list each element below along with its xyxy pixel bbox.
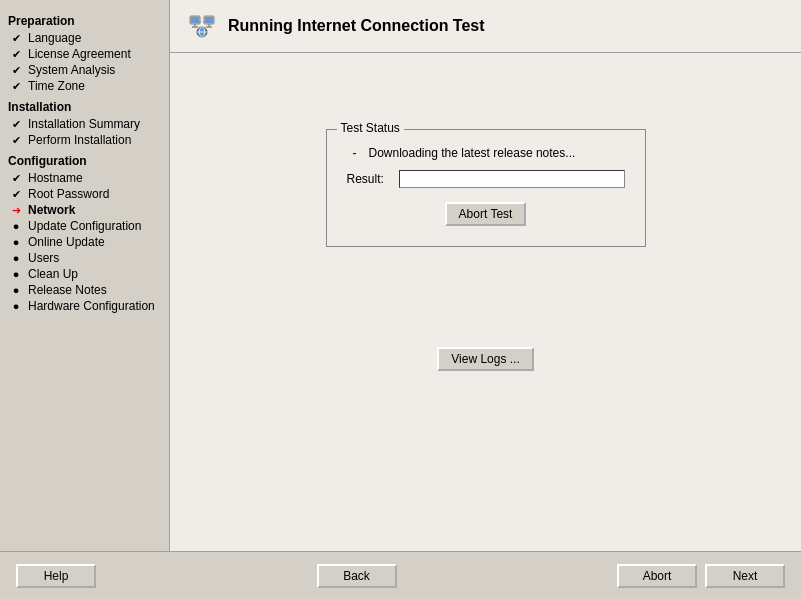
sidebar-item-network: ➜Network (0, 202, 169, 218)
arrow-icon: ➜ (8, 204, 24, 217)
bullet-icon: ● (8, 236, 24, 248)
sidebar-item-label: Installation Summary (28, 117, 140, 131)
bullet-icon: ● (8, 284, 24, 296)
result-input[interactable] (399, 170, 625, 188)
result-label: Result: (347, 172, 399, 186)
sidebar-item-label: Network (28, 203, 75, 217)
bullet-icon: ● (8, 300, 24, 312)
bullet-icon: ● (8, 220, 24, 232)
sidebar-item-clean-up[interactable]: ●Clean Up (0, 266, 169, 282)
bottom-bar: Help Back Abort Next (0, 551, 801, 599)
sidebar-item-label: Online Update (28, 235, 105, 249)
sidebar-item-users[interactable]: ●Users (0, 250, 169, 266)
connection-icon (186, 10, 218, 42)
sidebar-item-label: Release Notes (28, 283, 107, 297)
sidebar-item-label: System Analysis (28, 63, 115, 77)
sidebar-item-label: Root Password (28, 187, 109, 201)
sidebar-item-label: Perform Installation (28, 133, 131, 147)
sidebar-item-label: Time Zone (28, 79, 85, 93)
sidebar-item-label: Language (28, 31, 81, 45)
bullet-icon: ● (8, 268, 24, 280)
sidebar-item-label: Users (28, 251, 59, 265)
sidebar-item-label: License Agreement (28, 47, 131, 61)
check-icon: ✔ (8, 172, 24, 185)
status-message: Downloading the latest release notes... (369, 146, 625, 160)
bottom-bar-center: Back (317, 564, 397, 588)
abort-test-button[interactable]: Abort Test (445, 202, 527, 226)
check-icon: ✔ (8, 188, 24, 201)
sidebar-section-installation: Installation (0, 94, 169, 116)
sidebar-item-perform-installation: ✔Perform Installation (0, 132, 169, 148)
sidebar-item-language: ✔Language (0, 30, 169, 46)
sidebar-item-root-password: ✔Root Password (0, 186, 169, 202)
sidebar-item-license-agreement: ✔License Agreement (0, 46, 169, 62)
bullet-icon: ● (8, 252, 24, 264)
sidebar-item-release-notes[interactable]: ●Release Notes (0, 282, 169, 298)
sidebar-item-installation-summary: ✔Installation Summary (0, 116, 169, 132)
sidebar-item-hardware-configuration[interactable]: ●Hardware Configuration (0, 298, 169, 314)
result-row: Result: (347, 170, 625, 188)
sidebar-item-label: Hardware Configuration (28, 299, 155, 313)
abort-button[interactable]: Abort (617, 564, 697, 588)
sidebar-item-label: Clean Up (28, 267, 78, 281)
check-icon: ✔ (8, 32, 24, 45)
abort-button-row: Abort Test (347, 202, 625, 226)
content-panel: Running Internet Connection Test Test St… (170, 0, 801, 551)
sidebar-item-system-analysis: ✔System Analysis (0, 62, 169, 78)
bottom-bar-left: Help (16, 564, 96, 588)
test-status-message-row: - Downloading the latest release notes..… (347, 146, 625, 160)
status-dash: - (347, 146, 363, 160)
sidebar-item-online-update[interactable]: ●Online Update (0, 234, 169, 250)
sidebar-section-preparation: Preparation (0, 8, 169, 30)
sidebar-item-time-zone: ✔Time Zone (0, 78, 169, 94)
back-button[interactable]: Back (317, 564, 397, 588)
content-body: Test Status - Downloading the latest rel… (170, 53, 801, 551)
sidebar-item-update-configuration[interactable]: ●Update Configuration (0, 218, 169, 234)
view-logs-row: View Logs ... (437, 347, 533, 371)
content-header: Running Internet Connection Test (170, 0, 801, 53)
check-icon: ✔ (8, 64, 24, 77)
check-icon: ✔ (8, 80, 24, 93)
help-button[interactable]: Help (16, 564, 96, 588)
sidebar: Preparation✔Language✔License Agreement✔S… (0, 0, 170, 551)
sidebar-section-configuration: Configuration (0, 148, 169, 170)
check-icon: ✔ (8, 134, 24, 147)
sidebar-item-label: Update Configuration (28, 219, 141, 233)
test-status-legend: Test Status (337, 121, 404, 135)
bottom-bar-right: Abort Next (617, 564, 785, 588)
check-icon: ✔ (8, 48, 24, 61)
sidebar-item-label: Hostname (28, 171, 83, 185)
check-icon: ✔ (8, 118, 24, 131)
page-title: Running Internet Connection Test (228, 17, 485, 35)
test-status-box: Test Status - Downloading the latest rel… (326, 129, 646, 247)
sidebar-item-hostname: ✔Hostname (0, 170, 169, 186)
view-logs-button[interactable]: View Logs ... (437, 347, 533, 371)
next-button[interactable]: Next (705, 564, 785, 588)
